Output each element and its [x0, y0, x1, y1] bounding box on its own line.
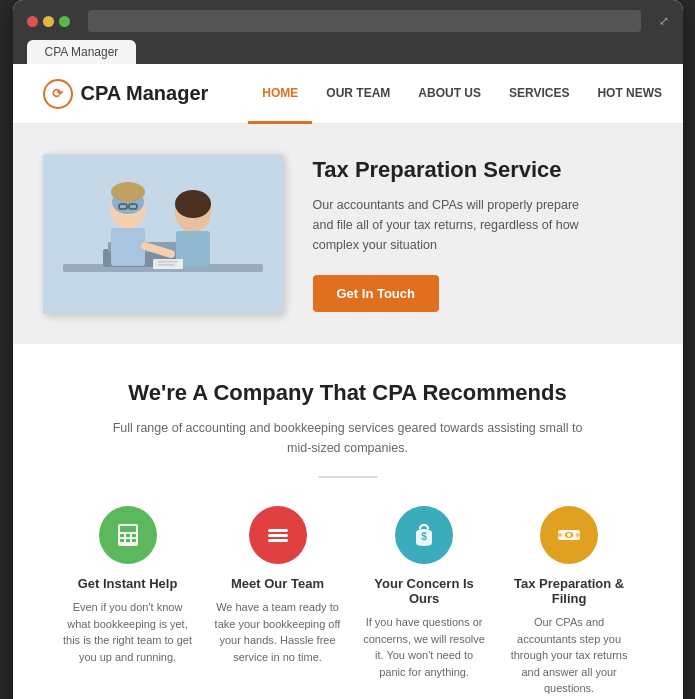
close-button[interactable] — [27, 16, 38, 27]
meet-team-icon — [249, 506, 307, 564]
hero-title: Tax Preparation Service — [313, 157, 653, 183]
svg-text:$: $ — [421, 531, 427, 542]
svg-rect-17 — [158, 264, 174, 266]
feature-instant-help: Get Instant Help Even if you don't know … — [63, 506, 193, 697]
browser-chrome: ⤢ CPA Manager — [13, 0, 683, 64]
calculator-icon — [114, 521, 142, 549]
feature-your-concern-title: Your Concern Is Ours — [363, 576, 486, 606]
bag-dollar-icon: $ — [410, 521, 438, 549]
company-title: We're A Company That CPA Recommends — [43, 380, 653, 406]
svg-rect-25 — [132, 539, 136, 542]
traffic-lights — [27, 16, 70, 27]
nav-item-contact-us[interactable]: CONTACT US — [676, 65, 682, 124]
svg-point-32 — [567, 533, 571, 537]
hero-section: Tax Preparation Service Our accountants … — [13, 124, 683, 344]
svg-rect-26 — [268, 529, 288, 532]
svg-rect-24 — [126, 539, 130, 542]
money-icon — [555, 521, 583, 549]
get-in-touch-button[interactable]: Get In Touch — [313, 275, 439, 312]
svg-point-34 — [576, 533, 580, 537]
feature-meet-team: Meet Our Team We have a team ready to ta… — [213, 506, 343, 697]
instant-help-icon — [99, 506, 157, 564]
hero-image — [43, 154, 283, 314]
svg-rect-19 — [120, 526, 136, 532]
company-description: Full range of accounting and bookkeeping… — [108, 418, 588, 458]
logo: ⟳ CPA Manager — [43, 79, 209, 109]
your-concern-icon: $ — [395, 506, 453, 564]
main-nav: HOME OUR TEAM ABOUT US SERVICES HOT NEWS… — [248, 64, 682, 123]
svg-rect-20 — [120, 534, 124, 537]
nav-item-about-us[interactable]: ABOUT US — [404, 65, 495, 124]
browser-top-bar: ⤢ — [27, 10, 669, 32]
hero-image-placeholder — [43, 154, 283, 314]
svg-rect-27 — [268, 534, 288, 537]
expand-icon[interactable]: ⤢ — [659, 14, 669, 28]
svg-rect-21 — [126, 534, 130, 537]
tax-filing-icon — [540, 506, 598, 564]
lines-icon — [264, 521, 292, 549]
browser-tab[interactable]: CPA Manager — [27, 40, 137, 64]
nav-item-services[interactable]: SERVICES — [495, 65, 583, 124]
page-content: ⟳ CPA Manager HOME OUR TEAM ABOUT US SER… — [13, 64, 683, 699]
nav-item-our-team[interactable]: OUR TEAM — [312, 65, 404, 124]
minimize-button[interactable] — [43, 16, 54, 27]
feature-tax-filing-desc: Our CPAs and accountants step you throug… — [506, 614, 633, 697]
svg-point-12 — [175, 190, 211, 218]
feature-tax-filing-title: Tax Preparation & Filing — [506, 576, 633, 606]
header: ⟳ CPA Manager HOME OUR TEAM ABOUT US SER… — [13, 64, 683, 124]
hero-description: Our accountants and CPAs will properly p… — [313, 195, 593, 255]
logo-icon: ⟳ — [43, 79, 73, 109]
maximize-button[interactable] — [59, 16, 70, 27]
svg-rect-16 — [158, 261, 178, 263]
feature-instant-help-title: Get Instant Help — [63, 576, 193, 591]
feature-tax-filing: Tax Preparation & Filing Our CPAs and ac… — [506, 506, 633, 697]
browser-window: ⤢ CPA Manager ⟳ CPA Manager HOME OUR TEA… — [13, 0, 683, 699]
hero-text: Tax Preparation Service Our accountants … — [313, 157, 653, 312]
logo-text: CPA Manager — [81, 82, 209, 105]
company-section: We're A Company That CPA Recommends Full… — [13, 344, 683, 699]
browser-tabs: CPA Manager — [27, 40, 669, 64]
svg-rect-22 — [132, 534, 136, 537]
feature-your-concern: $ Your Concern Is Ours If you have quest… — [363, 506, 486, 697]
features-grid: Get Instant Help Even if you don't know … — [43, 506, 653, 697]
svg-point-33 — [558, 533, 562, 537]
svg-rect-0 — [43, 154, 283, 314]
feature-meet-team-desc: We have a team ready to take your bookke… — [213, 599, 343, 665]
address-bar[interactable] — [88, 10, 641, 32]
hero-svg — [43, 154, 283, 314]
nav-item-hot-news[interactable]: HOT NEWS — [583, 65, 676, 124]
feature-instant-help-desc: Even if you don't know what bookkeeping … — [63, 599, 193, 665]
feature-your-concern-desc: If you have questions or concerns, we wi… — [363, 614, 486, 680]
nav-item-home[interactable]: HOME — [248, 65, 312, 124]
svg-rect-28 — [268, 539, 288, 542]
svg-rect-23 — [120, 539, 124, 542]
section-divider — [318, 476, 378, 478]
svg-rect-10 — [111, 228, 145, 266]
feature-meet-team-title: Meet Our Team — [213, 576, 343, 591]
svg-point-6 — [111, 182, 145, 202]
